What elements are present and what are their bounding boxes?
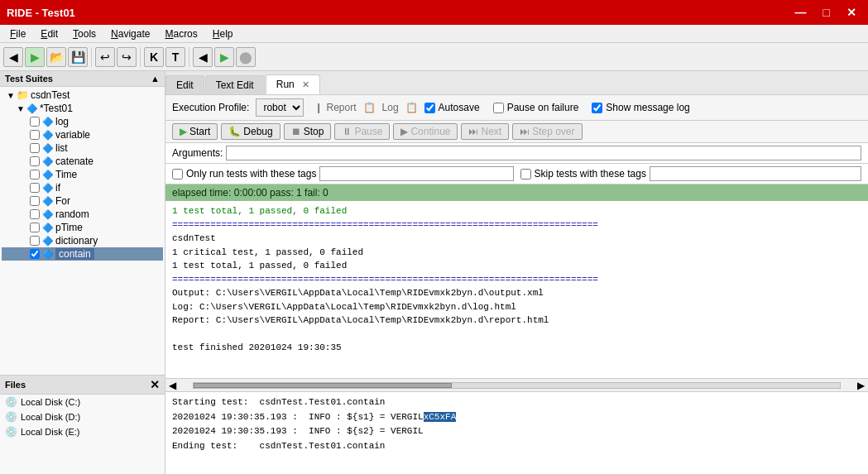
tab-edit[interactable]: Edit bbox=[165, 75, 204, 94]
show-log-text: Show message log bbox=[606, 102, 689, 113]
title-bar-controls: — □ ✕ bbox=[790, 4, 861, 21]
expand-icon: ▼ bbox=[7, 91, 15, 100]
files-close-button[interactable]: ✕ bbox=[150, 378, 160, 391]
scroll-left-btn[interactable]: ◀ bbox=[165, 380, 180, 391]
checkbox-for[interactable] bbox=[30, 196, 40, 206]
toolbar-redo[interactable]: ↪ bbox=[117, 47, 137, 67]
tree-item-contain[interactable]: 🔷 contain bbox=[2, 247, 163, 261]
menu-help[interactable]: Help bbox=[206, 26, 240, 41]
file-e[interactable]: 💿 Local Disk (E:) bbox=[0, 424, 165, 439]
test-icon: 🔷 bbox=[42, 117, 54, 127]
toolbar-back[interactable]: ◀ bbox=[3, 47, 23, 67]
tree-item-time[interactable]: 🔷 Time bbox=[2, 168, 163, 181]
file-c[interactable]: 💿 Local Disk (C:) bbox=[0, 395, 165, 409]
tree-item-random[interactable]: 🔷 random bbox=[2, 208, 163, 221]
tab-run-close[interactable]: ✕ bbox=[302, 79, 309, 89]
files-label: Files bbox=[5, 380, 26, 390]
checkbox-log[interactable] bbox=[30, 117, 40, 127]
toolbar-k[interactable]: K bbox=[144, 47, 164, 67]
test-icon: 🔷 bbox=[42, 143, 54, 154]
show-log-checkbox[interactable] bbox=[592, 103, 602, 113]
tree-item-test01[interactable]: ▼ 🔷 *Test01 bbox=[2, 102, 163, 115]
minimize-button[interactable]: — bbox=[790, 4, 812, 21]
debug-label: Debug bbox=[243, 126, 272, 137]
menu-navigate[interactable]: Navigate bbox=[104, 26, 156, 41]
checkbox-time[interactable] bbox=[30, 170, 40, 180]
debug-icon: 🐛 bbox=[228, 126, 241, 137]
scroll-right-btn[interactable]: ▶ bbox=[854, 380, 868, 391]
start-button[interactable]: ▶ Start bbox=[172, 123, 218, 140]
tree-item-if[interactable]: 🔷 if bbox=[2, 181, 163, 194]
toolbar-save[interactable]: 💾 bbox=[68, 47, 88, 67]
autosave-checkbox[interactable] bbox=[424, 103, 435, 113]
debug-button[interactable]: 🐛 Debug bbox=[221, 123, 280, 140]
tree-item-dictionary[interactable]: 🔷 dictionary bbox=[2, 234, 163, 247]
arguments-label: Arguments: bbox=[172, 147, 223, 159]
toolbar-run-prev[interactable]: ◀ bbox=[193, 47, 213, 67]
toolbar-undo[interactable]: ↩ bbox=[95, 47, 115, 67]
checkbox-catenate[interactable] bbox=[30, 156, 40, 166]
close-button[interactable]: ✕ bbox=[842, 4, 861, 21]
file-d[interactable]: 💿 Local Disk (D:) bbox=[0, 409, 165, 424]
start-icon: ▶ bbox=[180, 126, 187, 137]
checkbox-contain[interactable] bbox=[30, 249, 40, 259]
only-run-input[interactable] bbox=[319, 166, 513, 181]
execution-profile-select[interactable]: robot bbox=[256, 98, 304, 117]
pause-button[interactable]: ⏸ Pause bbox=[334, 123, 390, 140]
tree-item-variable[interactable]: 🔷 variable bbox=[2, 128, 163, 141]
scroll-track[interactable] bbox=[193, 382, 841, 389]
checkbox-if[interactable] bbox=[30, 183, 40, 193]
tree-item-for[interactable]: 🔷 For bbox=[2, 194, 163, 208]
toolbar-forward[interactable]: ▶ bbox=[25, 47, 45, 67]
run-panel: Execution Profile: robot | Report 📋 Log … bbox=[165, 95, 868, 474]
tree-label: For bbox=[55, 195, 70, 207]
tree-item-ptime[interactable]: 🔷 pTime bbox=[2, 221, 163, 234]
output-line: Report: C:\Users\VERGIL\AppData\Local\Te… bbox=[172, 314, 861, 328]
toolbar-sep1 bbox=[91, 47, 92, 67]
suite-icon: 🔷 bbox=[26, 103, 38, 114]
skip-input[interactable] bbox=[650, 166, 861, 181]
scroll-thumb[interactable] bbox=[194, 383, 452, 388]
skip-checkbox[interactable] bbox=[520, 169, 531, 180]
menu-macros[interactable]: Macros bbox=[158, 26, 204, 41]
toolbar-run[interactable]: ▶ bbox=[214, 47, 234, 67]
skip-label: Skip tests with these tags bbox=[535, 168, 646, 180]
tree-item-catenate[interactable]: 🔷 catenate bbox=[2, 155, 163, 168]
log-area[interactable]: Starting test: csdnTest.Test01.contain 2… bbox=[165, 391, 868, 474]
tree-label: Time bbox=[55, 169, 77, 180]
stop-button[interactable]: ⏹ Stop bbox=[284, 123, 332, 140]
output-text[interactable]: 1 test total, 1 passed, 0 failed =======… bbox=[165, 201, 868, 378]
tree-scroll-up[interactable]: ▲ bbox=[151, 74, 160, 84]
tab-text-edit-label: Text Edit bbox=[216, 79, 254, 91]
app-title: RIDE - Test01 bbox=[7, 7, 75, 19]
next-button[interactable]: ⏭ Next bbox=[461, 123, 509, 140]
checkbox-random[interactable] bbox=[30, 209, 40, 219]
tab-text-edit[interactable]: Text Edit bbox=[205, 75, 265, 94]
execution-bar: Execution Profile: robot | Report 📋 Log … bbox=[165, 95, 868, 121]
tree-item-list[interactable]: 🔷 list bbox=[2, 141, 163, 155]
step-over-button[interactable]: ⏭ Step over bbox=[512, 123, 582, 140]
tree-item-csdntest[interactable]: ▼ 📁 csdnTest bbox=[2, 89, 163, 102]
checkbox-ptime[interactable] bbox=[30, 223, 40, 232]
tree-label: *Test01 bbox=[40, 103, 73, 114]
tab-run[interactable]: Run ✕ bbox=[266, 74, 320, 94]
menu-tools[interactable]: Tools bbox=[66, 26, 103, 41]
toolbar-t[interactable]: T bbox=[165, 47, 185, 67]
checkbox-list[interactable] bbox=[30, 143, 40, 153]
continue-button[interactable]: ▶ Continue bbox=[393, 123, 458, 140]
report-link[interactable]: Report bbox=[327, 102, 357, 113]
checkbox-dictionary[interactable] bbox=[30, 236, 40, 246]
menu-edit[interactable]: Edit bbox=[34, 26, 65, 41]
test-icon: 🔷 bbox=[42, 249, 54, 260]
maximize-button[interactable]: □ bbox=[818, 4, 835, 21]
only-run-checkbox[interactable] bbox=[172, 169, 183, 180]
tree-item-log[interactable]: 🔷 log bbox=[2, 115, 163, 128]
next-label: Next bbox=[481, 126, 501, 137]
menu-file[interactable]: File bbox=[3, 26, 32, 41]
folder-icon: 📁 bbox=[17, 89, 29, 101]
pause-failure-checkbox[interactable] bbox=[493, 103, 504, 113]
checkbox-variable[interactable] bbox=[30, 130, 40, 140]
log-link[interactable]: Log bbox=[382, 102, 399, 113]
arguments-input[interactable] bbox=[226, 146, 861, 160]
toolbar-open[interactable]: 📂 bbox=[46, 47, 66, 67]
